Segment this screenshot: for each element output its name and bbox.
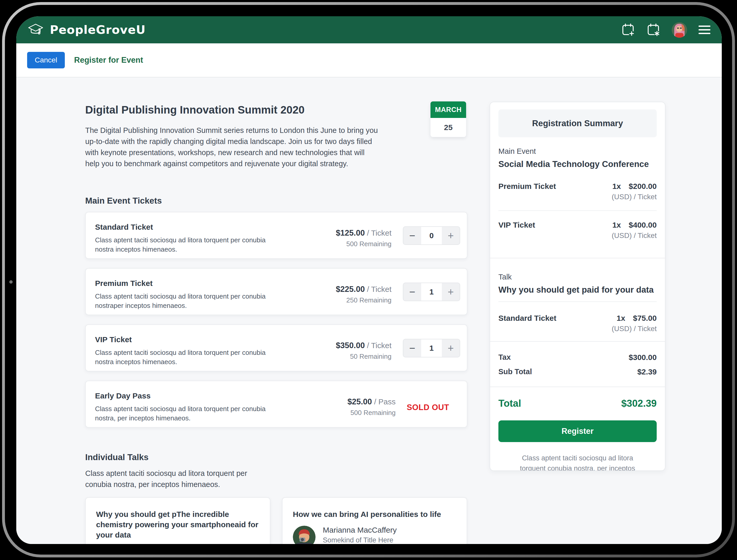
brand-name: PeopleGroveU [50,23,146,37]
quantity-stepper: − 0 + [403,226,460,245]
event-day: 25 [431,118,466,137]
calendar-add-icon[interactable] [621,22,635,37]
registration-summary-panel: Registration Summary Main Event Social M… [490,102,666,471]
ticket-remaining: 500 Remaining [336,240,392,248]
total-label: Total [498,398,521,409]
talk-title: How we can bring AI personalities to lif… [293,509,456,519]
tax-row: Tax $300.00 [498,353,657,362]
summary-item-price: $200.00 [629,182,657,190]
ticket-name: VIP Ticket [95,335,336,344]
ticket-name: Standard Ticket [95,223,336,231]
ticket-price-unit: / Ticket [365,341,392,350]
individual-talks-heading: Individual Talks [85,452,468,462]
summary-item-name: Premium Ticket [498,182,556,191]
ticket-price: $225.00 [336,285,365,294]
quantity-stepper: − 1 + [403,339,460,357]
total-row: Total $302.39 [498,398,657,409]
quantity-value: 0 [421,227,442,244]
summary-item-name: Standard Ticket [498,314,557,323]
calendar-settings-icon[interactable] [646,22,660,37]
talk-card[interactable]: How we can bring AI personalities to lif… [282,497,467,544]
register-button[interactable]: Register [498,420,657,442]
total-value: $302.39 [621,398,657,409]
ticket-card-vip: VIP Ticket Class aptent taciti sociosqu … [85,324,468,371]
individual-talks-description: Class aptent taciti sociosqu ad litora t… [85,468,256,490]
page-toolbar: Cancel Register for Event [16,43,722,77]
talk-label: Talk [498,273,657,281]
summary-item-price: $400.00 [629,221,657,229]
summary-heading: Registration Summary [498,109,657,137]
summary-item-row: Standard Ticket 1x$75.00 (USD) / Ticket [498,314,657,333]
summary-item-name: VIP Ticket [498,221,535,229]
decrement-button[interactable]: − [404,227,421,244]
ticket-description: Class aptent taciti sociosqu ad litora t… [95,235,278,254]
subtotal-row: Sub Total $2.39 [498,367,657,376]
summary-item-unit: (USD) / Ticket [612,193,657,201]
ticket-card-premium: Premium Ticket Class aptent taciti socio… [85,268,468,315]
tax-label: Tax [498,353,511,362]
ticket-price-unit: / Ticket [365,285,392,293]
summary-item-unit: (USD) / Ticket [612,325,657,333]
event-column: Digital Publishing Innovation Summit 202… [85,77,468,544]
speaker-avatar [293,526,315,544]
page-title: Register for Event [74,55,143,65]
speaker-title: Somekind of Title Here [323,536,397,544]
ticket-price: $25.00 [347,397,372,406]
event-description: The Digital Publishing Innovation Summit… [85,125,378,169]
main-event-label: Main Event [498,147,657,156]
subtotal-label: Sub Total [498,367,532,376]
summary-item-qty: 1x [612,221,621,229]
tax-value: $300.00 [629,353,657,362]
app-screen: PeopleGroveU [16,16,722,544]
main-event-tickets-heading: Main Event Tickets [85,196,468,206]
decrement-button[interactable]: − [404,283,421,301]
device-mockup: PeopleGroveU [0,0,737,560]
summary-item-row: VIP Ticket 1x$400.00 (USD) / Ticket [498,221,657,240]
quantity-value: 1 [421,283,442,301]
top-navbar: PeopleGroveU [16,16,722,43]
talk-title: Why you should get pThe incredible chemi… [96,509,259,540]
summary-item-qty: 1x [617,314,625,322]
menu-icon[interactable] [699,26,710,34]
cancel-button[interactable]: Cancel [27,52,65,68]
ticket-price-unit: / Pass [372,397,396,406]
ticket-price: $350.00 [336,341,365,350]
page-content: Digital Publishing Innovation Summit 202… [16,77,722,544]
summary-item-unit: (USD) / Ticket [612,231,657,240]
device-camera-dot [9,280,13,284]
main-event-name: Social Media Technology Conference [498,159,657,169]
subtotal-value: $2.39 [637,367,657,376]
summary-item-price: $75.00 [633,314,657,322]
talk-name: Why you should get paid for your data [498,285,657,295]
user-avatar[interactable] [672,22,687,38]
decrement-button[interactable]: − [404,339,421,357]
talk-card[interactable]: Why you should get pThe incredible chemi… [85,497,270,544]
ticket-name: Premium Ticket [95,279,336,288]
graduation-cap-icon [28,22,44,38]
event-date-badge: MARCH 25 [431,101,466,137]
event-title: Digital Publishing Innovation Summit 202… [85,103,468,117]
increment-button[interactable]: + [442,283,460,301]
ticket-description: Class aptent taciti sociosqu ad litora t… [95,348,278,366]
event-month: MARCH [431,101,466,118]
ticket-price: $125.00 [336,228,365,237]
ticket-price-unit: / Ticket [365,229,392,237]
quantity-stepper: − 1 + [403,283,460,301]
summary-item-qty: 1x [612,182,621,190]
summary-fine-print: Class aptent taciti sociosqu ad litora t… [516,453,640,471]
ticket-remaining: 250 Remaining [336,296,392,304]
ticket-name: Early Day Pass [95,391,347,400]
ticket-card-standard: Standard Ticket Class aptent taciti soci… [85,212,468,259]
increment-button[interactable]: + [442,339,460,357]
sold-out-badge: SOLD OUT [396,381,460,412]
ticket-remaining: 500 Remaining [347,409,396,417]
ticket-remaining: 50 Remaining [336,353,392,361]
increment-button[interactable]: + [442,227,460,244]
summary-item-row: Premium Ticket 1x$200.00 (USD) / Ticket [498,182,657,201]
quantity-value: 1 [421,339,442,357]
speaker-name: Marianna MacCaffery [323,526,397,534]
brand-logo[interactable]: PeopleGroveU [28,22,146,38]
ticket-description: Class aptent taciti sociosqu ad litora t… [95,404,278,423]
ticket-card-early-day-pass: Early Day Pass Class aptent taciti socio… [85,381,468,428]
ticket-description: Class aptent taciti sociosqu ad litora t… [95,292,278,310]
